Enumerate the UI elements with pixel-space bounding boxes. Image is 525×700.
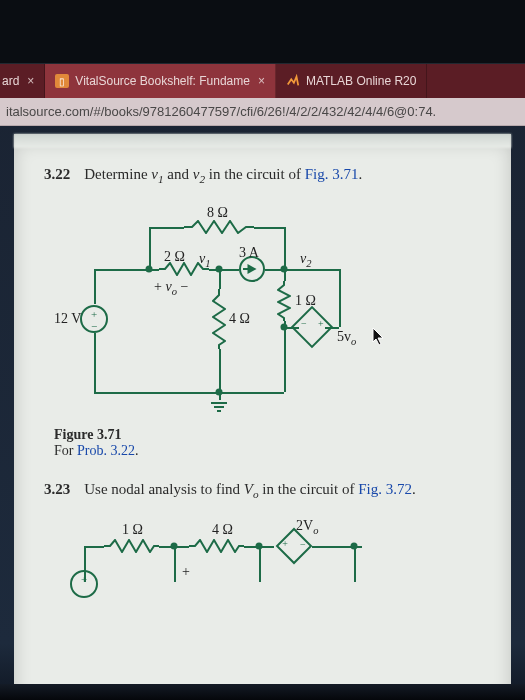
wire [94,333,96,392]
tab-left-partial[interactable]: ard × [0,64,45,98]
resistor-1ohm [104,539,159,553]
resistor-4ohm [212,289,226,349]
problem-3-23: 3.23Use nodal analysis to find Vo in the… [44,481,503,500]
label-4ohm: 4 Ω [212,522,233,538]
wire [219,349,221,392]
book-icon: ▯ [55,74,69,88]
problem-3-22: 3.22Determine v1 and v2 in the circuit o… [44,166,503,185]
wire [254,227,284,229]
var-v2: v2 [193,166,205,182]
address-bar[interactable]: italsource.com/#/books/9781260477597/cfi… [0,98,525,126]
browser-tab-strip: ard × ▯ VitalSource Bookshelf: Fundame ×… [0,64,525,98]
wire [219,392,221,400]
figure-for: For Prob. 3.22. [54,443,503,459]
voltage-source-partial: + [70,570,98,598]
wire [284,327,286,392]
label-vo: + vo − [154,279,188,297]
tab-title: ard [2,74,19,88]
wire [284,227,286,269]
page-top-blur [14,134,511,148]
period: . [358,166,362,182]
laptop-bezel-bottom [0,684,525,700]
fig-ref[interactable]: Fig. 3.72 [358,481,412,497]
matlab-icon [286,74,300,88]
problem-text: in the circuit of [259,481,359,497]
label-v2: v2 [300,251,311,269]
label-5vo: 5vo [337,329,356,347]
tab-matlab[interactable]: MATLAB Online R20 [276,64,428,98]
problem-text: Use nodal analysis to find [84,481,244,497]
label-12v: 12 V [54,311,81,327]
problem-text: Determine [84,166,151,182]
wire [339,269,341,327]
cursor-icon [372,327,386,347]
wire [149,227,151,269]
problem-text: in the circuit of [205,166,305,182]
label-8ohm: 8 Ω [207,205,228,221]
label-3a: 3 A [239,245,259,261]
resistor-8ohm [184,220,254,234]
label-4ohm: 4 Ω [229,311,250,327]
figure-3-72-circuit-partial: 1 Ω 4 Ω 2Vo + − [54,522,414,582]
node [146,266,153,273]
prob-ref[interactable]: Prob. 3.22 [77,443,135,458]
problem-text: and [164,166,193,182]
resistor-1ohm [277,281,291,321]
wire [84,546,104,548]
label-1ohm: 1 Ω [122,522,143,538]
problem-number: 3.22 [44,166,70,182]
fig-ref[interactable]: Fig. 3.71 [305,166,359,182]
figure-3-71-circuit: 8 Ω 2 Ω v1 + vo − 3 A [54,207,384,417]
voltage-source-12v: +− [80,305,108,333]
period: . [412,481,416,497]
laptop-bezel-top [0,0,525,64]
tab-title: MATLAB Online R20 [306,74,417,88]
url-text: italsource.com/#/books/9781260477597/cfi… [6,104,436,119]
close-icon[interactable]: × [27,74,34,88]
wire [94,269,96,304]
wire [284,269,286,281]
wire [94,392,284,394]
label-v1: v1 [199,251,210,269]
wire [284,269,339,271]
resistor-4ohm [189,539,244,553]
tab-suffix: × [258,74,265,88]
wire [149,227,184,229]
label-plus: + [182,564,190,580]
wire [174,546,176,582]
tab-vitalsource[interactable]: ▯ VitalSource Bookshelf: Fundame × [45,64,276,98]
ground-icon [211,400,227,414]
label-2ohm: 2 Ω [164,249,185,265]
wire [354,546,356,582]
var-Vo: Vo [244,481,259,497]
textbook-page: 3.22Determine v1 and v2 in the circuit o… [14,134,511,694]
var-v1: v1 [151,166,163,182]
wire [94,269,149,271]
wire [259,546,261,582]
tab-title: VitalSource Bookshelf: Fundame [75,74,250,88]
figure-number: Figure 3.71 [54,427,503,443]
wire [219,269,221,289]
figure-caption-3-71: Figure 3.71 For Prob. 3.22. [54,427,503,459]
problem-number: 3.23 [44,481,70,497]
